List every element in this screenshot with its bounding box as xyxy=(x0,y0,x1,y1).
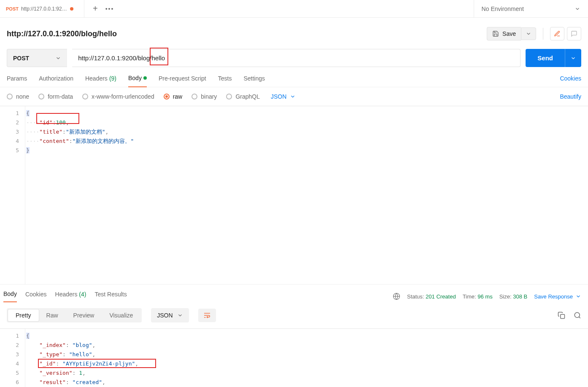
search-button[interactable] xyxy=(574,312,581,319)
wrap-lines-button[interactable] xyxy=(198,309,216,322)
globe-icon xyxy=(393,293,400,300)
tab-more-button[interactable]: ••• xyxy=(105,5,114,12)
chevron-down-icon xyxy=(177,312,183,318)
response-body-editor[interactable]: 123456 { "_index": "blog", "_type": "hel… xyxy=(0,328,588,387)
seg-preview[interactable]: Preview xyxy=(66,309,102,321)
top-tab-bar: POST http://127.0.0.1:9200/t + ••• No En… xyxy=(0,0,588,18)
radio-xwww[interactable]: x-www-form-urlencoded xyxy=(82,93,154,100)
radio-raw[interactable]: raw xyxy=(164,93,183,100)
send-button[interactable]: Send xyxy=(526,49,565,67)
tab-authorization[interactable]: Authorization xyxy=(39,75,73,87)
response-view-segments: Pretty Raw Preview Visualize xyxy=(7,308,142,322)
save-dropdown-button[interactable] xyxy=(521,27,536,40)
body-type-row: none form-data x-www-form-urlencoded raw… xyxy=(0,87,588,106)
cookies-link[interactable]: Cookies xyxy=(560,75,581,87)
resp-tab-tests[interactable]: Test Results xyxy=(94,291,127,302)
url-input[interactable]: http://127.0.0.1:9200/blog/hello xyxy=(72,49,521,67)
radio-binary[interactable]: binary xyxy=(192,93,217,100)
editor-code[interactable]: { "_index": "blog", "_type": "hello", "_… xyxy=(25,329,588,387)
chevron-down-icon xyxy=(570,55,576,61)
comment-button[interactable] xyxy=(567,27,581,40)
svg-rect-4 xyxy=(561,314,565,319)
request-tab[interactable]: POST http://127.0.0.1:9200/t xyxy=(0,0,84,17)
response-format-select[interactable]: JSON xyxy=(151,308,189,322)
new-tab-button[interactable]: + xyxy=(93,4,98,13)
save-label: Save xyxy=(502,30,516,37)
radio-checked-icon xyxy=(164,94,170,99)
resp-tab-headers[interactable]: Headers (4) xyxy=(55,291,86,302)
save-button[interactable]: Save xyxy=(487,27,521,40)
editor-gutter: 12345 xyxy=(0,106,25,284)
request-header: http://127.0.0.1:9200/blog/hello Save xyxy=(0,18,588,49)
tab-actions: + ••• xyxy=(84,0,122,17)
seg-pretty[interactable]: Pretty xyxy=(8,309,39,321)
url-text-suffix: hello xyxy=(151,54,165,62)
radio-formdata[interactable]: form-data xyxy=(38,93,73,100)
url-text-prefix: http://127.0.0.1:9200/blog/ xyxy=(78,54,151,62)
response-meta: Status: 201 Created Time: 96 ms Size: 30… xyxy=(393,293,581,300)
response-controls: Pretty Raw Preview Visualize JSON xyxy=(0,302,588,328)
tab-settings[interactable]: Settings xyxy=(243,75,265,87)
copy-icon xyxy=(558,312,565,319)
wrap-icon xyxy=(203,312,211,318)
response-tabs-bar: Body Cookies Headers (4) Test Results St… xyxy=(0,284,588,302)
pencil-icon xyxy=(554,30,561,37)
save-icon xyxy=(492,30,499,37)
radio-graphql[interactable]: GraphQL xyxy=(226,93,260,100)
request-body-editor[interactable]: 12345 { ····"id":100, ····"title":"新添加的文… xyxy=(0,106,588,284)
environment-label: No Environment xyxy=(482,5,524,12)
tab-params[interactable]: Params xyxy=(7,75,27,87)
beautify-button[interactable]: Beautify xyxy=(560,93,581,100)
comment-icon xyxy=(571,30,577,37)
environment-selector[interactable]: No Environment xyxy=(474,0,588,17)
tab-headers[interactable]: Headers (9) xyxy=(85,75,116,87)
radio-icon xyxy=(38,94,44,99)
save-response-button[interactable]: Save Response xyxy=(534,293,581,300)
tab-prerequest[interactable]: Pre-request Script xyxy=(159,75,206,87)
radio-icon xyxy=(82,94,88,99)
tab-tests[interactable]: Tests xyxy=(218,75,232,87)
tab-body[interactable]: Body xyxy=(128,75,147,87)
radio-icon xyxy=(192,94,197,99)
chevron-down-icon xyxy=(526,31,531,37)
chevron-down-icon xyxy=(575,293,581,299)
seg-raw[interactable]: Raw xyxy=(39,309,66,321)
radio-icon xyxy=(7,94,13,99)
send-dropdown-button[interactable] xyxy=(565,49,581,67)
chevron-down-icon xyxy=(290,94,296,99)
editor-code[interactable]: { ····"id":100, ····"title":"新添加的文档", ··… xyxy=(25,106,588,284)
radio-none[interactable]: none xyxy=(7,93,29,100)
url-row: POST http://127.0.0.1:9200/blog/hello Se… xyxy=(0,49,588,67)
method-select[interactable]: POST xyxy=(7,49,67,67)
chevron-down-icon xyxy=(55,55,61,61)
resp-tab-cookies[interactable]: Cookies xyxy=(25,291,47,302)
chevron-down-icon xyxy=(575,6,580,12)
svg-point-5 xyxy=(575,312,580,317)
copy-button[interactable] xyxy=(558,312,565,319)
edit-button[interactable] xyxy=(550,27,564,40)
method-value: POST xyxy=(13,55,29,62)
seg-visualize[interactable]: Visualize xyxy=(102,309,140,321)
request-tabs: Params Authorization Headers (9) Body Pr… xyxy=(0,67,588,87)
unsaved-dot-icon xyxy=(70,7,73,11)
tab-method-label: POST xyxy=(6,6,19,11)
tab-title: http://127.0.0.1:9200/t xyxy=(21,6,67,12)
search-icon xyxy=(574,312,581,319)
radio-icon xyxy=(226,94,232,99)
svg-line-6 xyxy=(579,317,580,318)
divider xyxy=(543,28,543,40)
body-active-dot-icon xyxy=(143,76,147,80)
save-group: Save xyxy=(487,27,536,40)
request-title: http://127.0.0.1:9200/blog/hello xyxy=(7,30,117,38)
editor-gutter: 123456 xyxy=(0,329,25,387)
resp-tab-body[interactable]: Body xyxy=(3,290,17,302)
body-format-select[interactable]: JSON xyxy=(271,93,296,100)
